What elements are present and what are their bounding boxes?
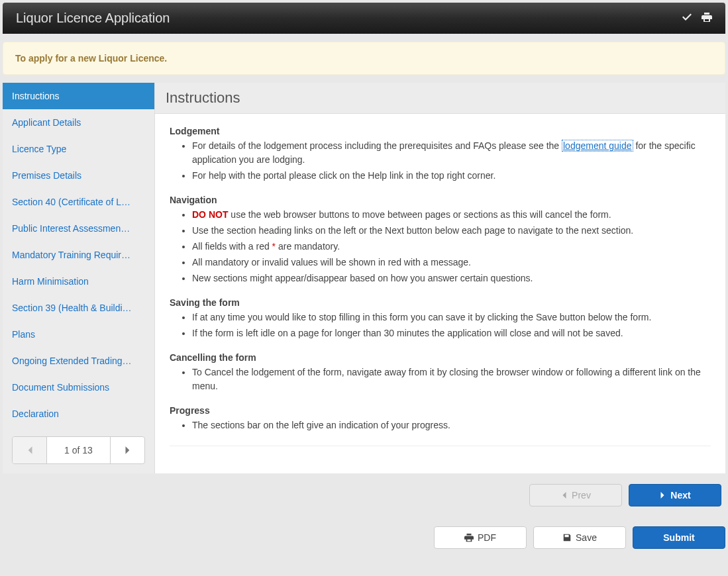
sidebar-item[interactable]: Licence Type: [3, 136, 154, 162]
sidebar: InstructionsApplicant DetailsLicence Typ…: [3, 83, 155, 473]
footer-buttons: PDF Save Submit: [0, 517, 728, 565]
section-block: Saving the formIf at any time you would …: [170, 297, 711, 340]
main-layout: InstructionsApplicant DetailsLicence Typ…: [3, 83, 725, 473]
print-icon[interactable]: [702, 12, 712, 24]
sidebar-item[interactable]: Applicant Details: [3, 109, 154, 136]
pager-label: 1 of 13: [47, 437, 110, 463]
section-title: Progress: [170, 405, 711, 416]
intro-banner: To apply for a new Liquor Licence.: [3, 42, 725, 75]
content-heading: Instructions: [155, 83, 725, 114]
lodgement-guide-link[interactable]: lodgement guide: [562, 140, 633, 152]
section-title: Cancelling the form: [170, 352, 711, 363]
list-item: If the form is left idle on a page for l…: [192, 326, 711, 340]
section-list: If at any time you would like to stop fi…: [192, 311, 711, 340]
list-item: All fields with a red * are mandatory.: [192, 240, 711, 254]
prev-button-label: Prev: [572, 490, 591, 501]
section-block: ProgressThe sections bar on the left giv…: [170, 405, 711, 432]
nav-buttons: Prev Next: [3, 473, 725, 517]
list-item: To Cancel the lodgement of the form, nav…: [192, 365, 711, 393]
list-item: New sections might appear/disappear base…: [192, 271, 711, 285]
submit-button[interactable]: Submit: [633, 526, 725, 549]
pager-next-button[interactable]: [110, 437, 144, 463]
sidebar-item[interactable]: Premises Details: [3, 162, 154, 189]
sidebar-pager: 1 of 13: [12, 436, 145, 464]
list-item: For details of the lodgement process inc…: [192, 139, 711, 167]
section-title: Lodgement: [170, 126, 711, 136]
content-area: Instructions LodgementFor details of the…: [155, 83, 725, 473]
list-item: DO NOT use the web browser buttons to mo…: [192, 208, 711, 222]
sidebar-item[interactable]: Mandatory Training Requir…: [3, 242, 154, 268]
pdf-button[interactable]: PDF: [434, 526, 527, 549]
app-header: Liquor Licence Application: [3, 3, 725, 34]
save-button[interactable]: Save: [533, 526, 626, 549]
header-icon-group: [682, 12, 712, 24]
sidebar-item[interactable]: Section 40 (Certificate of L…: [3, 189, 154, 215]
sidebar-item[interactable]: Harm Minimisation: [3, 268, 154, 295]
page-title: Liquor Licence Application: [16, 11, 170, 26]
sidebar-item[interactable]: Public Interest Assessmen…: [3, 215, 154, 242]
section-list: To Cancel the lodgement of the form, nav…: [192, 365, 711, 393]
list-item: For help with the portal please click on…: [192, 169, 711, 183]
save-button-label: Save: [576, 532, 597, 543]
sidebar-item[interactable]: Plans: [3, 321, 154, 348]
sidebar-item[interactable]: Declaration: [3, 401, 154, 427]
required-star: *: [272, 241, 276, 252]
check-icon[interactable]: [682, 12, 692, 24]
section-title: Navigation: [170, 195, 711, 205]
section-list: For details of the lodgement process inc…: [192, 139, 711, 183]
section-block: LodgementFor details of the lodgement pr…: [170, 126, 711, 183]
list-item: All mandatory or invalid values will be …: [192, 256, 711, 269]
list-item: If at any time you would like to stop fi…: [192, 311, 711, 324]
list-item: The sections bar on the left give an ind…: [192, 418, 711, 432]
pdf-button-label: PDF: [478, 532, 496, 543]
section-block: NavigationDO NOT use the web browser but…: [170, 195, 711, 285]
prev-button[interactable]: Prev: [529, 484, 622, 506]
sidebar-item[interactable]: Instructions: [3, 83, 154, 109]
sidebar-item[interactable]: Ongoing Extended Trading…: [3, 348, 154, 374]
content-body: LodgementFor details of the lodgement pr…: [155, 114, 725, 466]
content-divider: [170, 446, 711, 446]
sidebar-item[interactable]: Document Submissions: [3, 374, 154, 401]
submit-button-label: Submit: [663, 532, 694, 543]
next-button-label: Next: [670, 490, 690, 501]
list-item: Use the section heading links on the lef…: [192, 224, 711, 238]
section-list: DO NOT use the web browser buttons to mo…: [192, 208, 711, 285]
section-list: The sections bar on the left give an ind…: [192, 418, 711, 432]
section-block: Cancelling the formTo Cancel the lodgeme…: [170, 352, 711, 393]
section-title: Saving the form: [170, 297, 711, 308]
next-button[interactable]: Next: [629, 484, 721, 506]
sidebar-item[interactable]: Section 39 (Health & Buildi…: [3, 295, 154, 321]
pager-prev-button[interactable]: [13, 437, 47, 463]
warning-text: DO NOT: [192, 209, 228, 220]
